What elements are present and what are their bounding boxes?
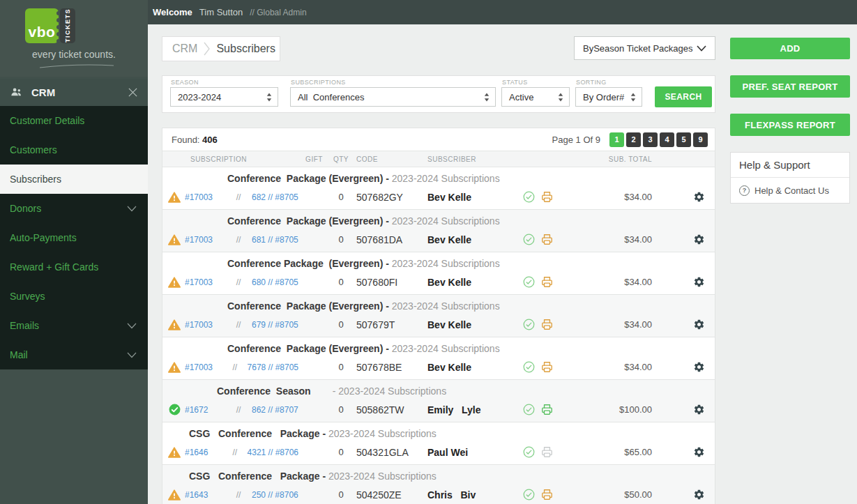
printer-icon[interactable]	[540, 233, 554, 246]
subscription-link[interactable]: 681 // #8705	[252, 235, 298, 245]
subscription-title-season: 2023-2024 Subscriptions	[392, 173, 500, 184]
print-button[interactable]	[540, 360, 554, 374]
row-settings-button[interactable]	[683, 446, 715, 458]
gear-icon[interactable]	[693, 276, 705, 288]
row-ids: #17003//679 // #8705	[185, 320, 298, 330]
gear-icon[interactable]	[693, 319, 705, 330]
subscriber-name: Bev Kelle	[427, 192, 518, 203]
code-cell: 507681DA	[352, 234, 427, 245]
row-settings-button[interactable]	[683, 361, 715, 373]
subscription-link[interactable]: 680 // #8705	[252, 277, 298, 287]
gear-icon[interactable]	[693, 446, 705, 458]
sidebar-item-customer-details[interactable]: Customer Details	[0, 106, 148, 135]
row-ids: #17003//680 // #8705	[185, 277, 298, 287]
row-settings-button[interactable]	[683, 319, 715, 330]
subscriber-name: Chris Biv	[427, 489, 518, 501]
subscriptions-select[interactable]: All Conferences	[290, 87, 496, 107]
season-label: SEASON	[171, 79, 199, 86]
print-button[interactable]	[540, 403, 554, 416]
order-link[interactable]: #17003	[185, 277, 225, 287]
col-code: CODE	[352, 155, 427, 163]
print-button[interactable]	[540, 445, 554, 459]
subscription-link[interactable]: 682 // #8705	[252, 192, 298, 202]
page-button-5[interactable]: 5	[676, 132, 691, 147]
help-contact-link[interactable]: ? Help & Contact Us	[731, 178, 849, 203]
subscriber-name: Bev Kelle	[427, 362, 518, 373]
page-button-3[interactable]: 3	[643, 132, 658, 147]
sidebar-item-label: Emails	[10, 320, 127, 331]
sidebar-item-reward-gift-cards[interactable]: Reward + Gift Cards	[0, 252, 148, 282]
gear-icon[interactable]	[693, 191, 705, 203]
page-button-1[interactable]: 1	[609, 132, 624, 147]
found-count: Found: 406	[172, 135, 218, 145]
print-button[interactable]	[540, 275, 554, 289]
subscription-title-season: 2023-2024 Subscriptions	[392, 343, 500, 354]
search-button[interactable]: SEARCH	[655, 86, 712, 107]
sidebar-item-mail[interactable]: Mail	[0, 340, 148, 369]
subscription-link[interactable]: 250 // #8706	[252, 490, 298, 500]
breadcrumb-current: Subscribers	[216, 43, 275, 55]
subscriber-name: Emily Lyle	[427, 404, 518, 415]
order-link[interactable]: #1643	[185, 490, 225, 500]
gear-icon[interactable]	[693, 361, 705, 373]
subscription-link[interactable]: 679 // #8705	[252, 320, 298, 330]
page-button-9[interactable]: 9	[693, 132, 708, 147]
gear-icon[interactable]	[693, 489, 705, 501]
order-link[interactable]: #17003	[185, 362, 222, 372]
printer-icon[interactable]	[540, 488, 554, 501]
sidebar-item-customers[interactable]: Customers	[0, 135, 148, 165]
page-button-4[interactable]: 4	[660, 132, 674, 147]
order-link[interactable]: #1646	[185, 448, 222, 457]
sidebar-item-donors[interactable]: Donors	[0, 194, 148, 223]
sidebar-item-emails[interactable]: Emails	[0, 311, 148, 340]
view-type-select[interactable]: BySeason Ticket Packages	[574, 36, 715, 60]
flexpass-report-button[interactable]: FLEXPASS REPORT	[730, 114, 850, 136]
order-link[interactable]: #17003	[185, 192, 225, 202]
chevron-down-icon	[127, 206, 137, 212]
subscriber-name: Bev Kelle	[427, 234, 518, 245]
order-link[interactable]: #1672	[185, 405, 225, 415]
row-settings-button[interactable]	[683, 234, 715, 245]
printer-icon[interactable]	[540, 318, 554, 331]
print-button[interactable]	[540, 190, 554, 204]
sorting-select[interactable]: By Order#	[575, 87, 642, 107]
close-icon[interactable]	[128, 87, 138, 98]
sidebar-item-auto-payments[interactable]: Auto-Payments	[0, 223, 148, 252]
id-separator: //	[225, 490, 252, 500]
subscription-link[interactable]: 7678 // #8705	[248, 362, 298, 372]
printer-icon[interactable]	[540, 360, 554, 374]
row-settings-button[interactable]	[683, 191, 715, 203]
pref-seat-report-button[interactable]: PREF. SEAT REPORT	[730, 75, 850, 98]
print-button[interactable]	[540, 318, 554, 331]
row-settings-button[interactable]	[683, 276, 715, 288]
sidebar-item-subscribers[interactable]: Subscribers	[0, 165, 148, 194]
printer-icon[interactable]	[540, 445, 554, 459]
print-button[interactable]	[540, 233, 554, 246]
gear-icon[interactable]	[693, 234, 705, 245]
id-separator: //	[222, 362, 247, 372]
row-settings-button[interactable]	[683, 404, 715, 415]
printer-icon[interactable]	[540, 275, 554, 289]
row-settings-button[interactable]	[683, 489, 715, 501]
subscription-link[interactable]: 4321 // #8706	[248, 448, 298, 457]
stepper-icon	[484, 93, 490, 102]
printer-icon[interactable]	[540, 190, 554, 204]
status-select[interactable]: Active	[501, 87, 570, 107]
subscription-link[interactable]: 862 // #8707	[252, 405, 298, 415]
breadcrumb-root[interactable]: CRM	[172, 43, 197, 55]
user-name[interactable]: Tim Sutton	[199, 7, 243, 17]
gear-icon[interactable]	[693, 404, 705, 415]
order-link[interactable]: #17003	[185, 320, 225, 330]
printer-icon[interactable]	[540, 403, 554, 416]
sorting-label: SORTING	[576, 79, 607, 86]
page-button-2[interactable]: 2	[626, 132, 641, 147]
season-select[interactable]: 2023-2024	[170, 87, 278, 107]
print-button[interactable]	[540, 488, 554, 501]
order-link[interactable]: #17003	[185, 235, 225, 245]
sidebar-item-surveys[interactable]: Surveys	[0, 282, 148, 311]
sidebar-item-label: Customer Details	[10, 115, 137, 126]
row-ids: #1672//862 // #8707	[185, 405, 298, 415]
check-circle-outline-icon	[522, 445, 536, 459]
add-button[interactable]: ADD	[730, 38, 850, 59]
subscription-title-bold: Conference Package (Evergreen) -	[227, 173, 392, 184]
